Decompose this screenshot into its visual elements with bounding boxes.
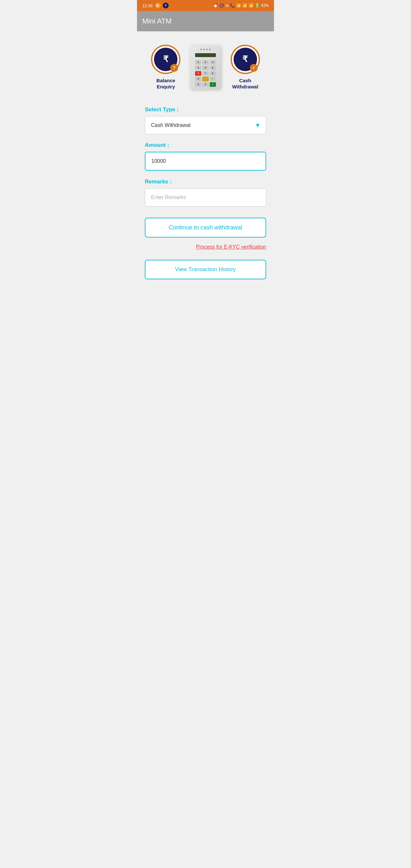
balance-enquiry-label: BalanceEnquiry [157,78,176,90]
atm-screen [195,53,216,57]
signal1-icon: 📶 [242,3,247,8]
cash-withdrawal-inner: ₹ ✓ [233,48,257,71]
atm-key-star: * [210,77,216,81]
atm-keypad: 1 2 3 4 5 6 ✕ 7 8 9 − * 0 # ✓ [195,60,216,87]
status-bar: 12:36 B ₹ ⏰ 🔕 ⊖ 📞 📶 📶 📶 🔋 42% [137,0,274,11]
atm-device: 1 2 3 4 5 6 ✕ 7 8 9 − * 0 # ✓ [189,44,222,90]
view-history-button[interactable]: View Transaction History [145,260,266,279]
atm-key-minus: − [202,77,209,81]
amount-input[interactable] [145,152,266,170]
battery-icon: 🔋 [255,3,260,8]
alarm-icon: ⏰ [213,3,218,8]
atm-key-4: 4 [195,66,201,70]
cash-withdrawal-item[interactable]: ₹ ✓ CashWithdrawal [231,45,260,90]
balance-enquiry-circle: ₹ ? [151,45,180,74]
atm-key-ok: ✓ [210,82,216,87]
atm-key-x: ✕ [195,71,201,76]
cash-rupee-symbol: ₹ [242,54,248,64]
bitcoin-icon: B [155,3,161,8]
battery-percent: 42% [261,3,269,8]
remarks-input[interactable] [145,188,266,207]
remarks-label: Remarks : [145,179,266,185]
balance-enquiry-badge: ? [170,64,178,72]
amount-group: Amount : [145,142,266,170]
signal2-icon: 📶 [249,3,253,8]
notification-icon: 🔕 [219,3,224,8]
cash-withdrawal-label: CashWithdrawal [232,78,258,90]
atm-key-5: 5 [202,66,209,70]
amount-label: Amount : [145,142,266,149]
status-left: 12:36 B ₹ [142,3,169,8]
atm-key-hash: # [202,82,209,87]
cash-withdrawal-circle: ₹ ✓ [231,45,260,74]
select-type-wrapper[interactable]: Balance Enquiry Cash Withdrawal ▼ [145,116,266,134]
atm-key-3: 3 [210,60,216,65]
balance-rupee-symbol: ₹ [163,54,169,64]
minus-icon: ⊖ [225,3,229,8]
atm-key-8: 8 [210,71,216,76]
app-bar: Mini ATM [137,11,274,31]
select-type-group: Select Type : Balance Enquiry Cash Withd… [145,106,266,134]
call-icon: 📞 [230,3,235,8]
status-right: ⏰ 🔕 ⊖ 📞 📶 📶 📶 🔋 42% [213,3,269,8]
icons-section: ₹ ? BalanceEnquiry 1 2 3 [144,38,267,97]
atm-key-1: 1 [195,60,201,65]
remarks-group: Remarks : [145,179,266,207]
atm-key-7: 7 [202,71,209,76]
atm-key-2: 2 [202,60,209,65]
balance-enquiry-item[interactable]: ₹ ? BalanceEnquiry [151,45,180,90]
status-time: 12:36 [142,3,153,8]
continue-button[interactable]: Continue to cash withdrawal [145,218,266,238]
form-section: Select Type : Balance Enquiry Cash Withd… [144,106,267,279]
atm-device-body: 1 2 3 4 5 6 ✕ 7 8 9 − * 0 # ✓ [190,45,221,89]
ekyc-button[interactable]: Process for E-KYC verification [145,244,266,250]
wifi-icon: 📶 [236,3,241,8]
balance-enquiry-inner: ₹ ? [154,48,178,71]
atm-key-9: 9 [195,77,201,81]
app-bar-title: Mini ATM [142,17,171,25]
select-type-field[interactable]: Balance Enquiry Cash Withdrawal [145,117,266,134]
select-type-label: Select Type : [145,106,266,113]
atm-key-6: 6 [210,66,216,70]
cash-withdrawal-badge: ✓ [250,64,258,72]
main-content: ₹ ? BalanceEnquiry 1 2 3 [137,31,274,292]
rupee-icon: ₹ [163,3,169,8]
atm-key-0: 0 [195,82,201,87]
atm-top-dots [200,49,211,50]
